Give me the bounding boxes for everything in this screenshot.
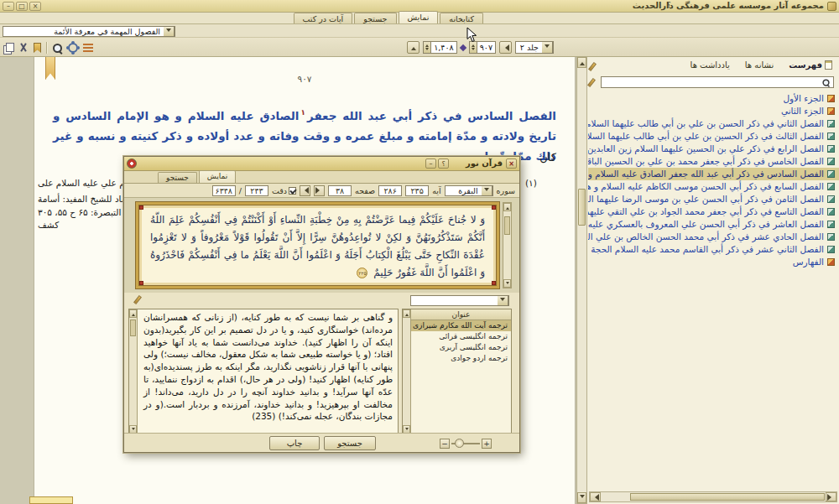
tree-item-chapter[interactable]: الفصل الثاني في ذكر الحسن بن علي بن أبي …: [588, 117, 839, 130]
minimize-button[interactable]: –: [3, 2, 14, 11]
translation-row[interactable]: ترجمه انگلیسی قرائی: [411, 331, 511, 342]
book-combobox-value: الفصول المهمة في معرفة الأئمة: [3, 27, 164, 36]
volume-value: جلد ۲: [516, 43, 542, 52]
book-icon: [827, 258, 835, 266]
sidebar-tab-notes[interactable]: یادداشت ها: [690, 60, 730, 70]
tree-item-juz1[interactable]: الجزء الأول: [588, 92, 839, 105]
dialog-toolbar: سوره البقرة آیه ۲۳۵ ۲۸۶ صفحه ۳۸ دقت ۲۴۳ …: [124, 184, 519, 198]
scroll-down-button[interactable]: [503, 279, 511, 288]
chapter-tree: الجزء الأول الجزء الثاني الفصل الثاني في…: [588, 92, 839, 268]
tree-item-chapter[interactable]: الفصل العاشر في ذكر أبي الحسن علي المعرو…: [588, 218, 839, 231]
next-verse-button[interactable]: [314, 185, 325, 196]
tab-verses-in-books[interactable]: آیات در کتب: [294, 13, 353, 23]
tree-item-chapter[interactable]: الفصل الخامس في ذكر أبي جعفر محمد بن علي…: [588, 155, 839, 168]
translation-list: عنوان ترجمه آیت الله مکارم شیرازی ترجمه …: [402, 309, 512, 434]
chevron-down-icon[interactable]: [498, 296, 508, 305]
search-icon[interactable]: [52, 43, 63, 54]
zoom-in-button[interactable]: +: [482, 439, 492, 449]
chevron-down-icon[interactable]: [164, 27, 175, 36]
spinner-arrows[interactable]: [470, 42, 477, 53]
sidebar-horizontal-scrollbar[interactable]: [589, 491, 837, 502]
footnote-marker[interactable]: ١: [300, 108, 308, 117]
page-vertical-scrollbar[interactable]: [576, 57, 587, 504]
zoom-out-button[interactable]: −: [440, 439, 450, 449]
tree-item-chapter[interactable]: الفصل الرابع في ذكر علي بن الحسين عليهما…: [588, 143, 839, 155]
verse-end-medallion-icon: ۲۳۵: [357, 268, 367, 278]
book-icon: [827, 132, 835, 140]
tree-item-indexes[interactable]: الفهارس: [588, 256, 839, 268]
tree-item-chapter[interactable]: الفصل الثامن في ذكر أبي الحسن علي بن موس…: [588, 193, 839, 205]
scrollbar-thumb[interactable]: [504, 216, 510, 235]
dialog-tab-display[interactable]: نمایش: [199, 170, 236, 183]
tree-item-chapter[interactable]: الفصل التاسع في ذكر أبي جعفر محمد الجواد…: [588, 205, 839, 218]
zoom-slider-thumb[interactable]: [455, 439, 464, 448]
copy-icon[interactable]: [3, 43, 13, 54]
tree-item-juz2[interactable]: الجزء الثاني: [588, 105, 839, 117]
translation-row[interactable]: ترجمه اردو جوادی: [411, 353, 511, 364]
surah-value: البقرة: [446, 186, 482, 195]
tree-item-chapter[interactable]: الفصل الثالث في ذكر الحسين بن علي بن أبي…: [588, 130, 839, 143]
scroll-right-button[interactable]: [826, 492, 836, 501]
scroll-left-button[interactable]: [590, 492, 601, 501]
chevron-down-icon[interactable]: [482, 186, 492, 195]
scroll-down-button[interactable]: [577, 492, 586, 503]
maximize-button[interactable]: □: [16, 2, 28, 11]
print-button[interactable]: چاپ: [269, 436, 320, 450]
help-button[interactable]: ؟: [664, 1, 675, 10]
dialog-bottom-bar: جستجو چاپ − +: [124, 433, 519, 452]
sidebar-tab-bookmarks[interactable]: نشانه ها: [745, 60, 774, 70]
total-pages-spinner[interactable]: ۱,۴۰۸: [423, 41, 456, 54]
edit-icon[interactable]: [133, 295, 142, 304]
scroll-up-button[interactable]: [129, 309, 137, 318]
translation-combobox[interactable]: [410, 295, 509, 306]
dialog-titlebar[interactable]: × قرآن نور ؟ –: [124, 157, 519, 171]
translation-row[interactable]: ترجمه انگلیسی آربری: [411, 342, 511, 353]
close-button[interactable]: ×: [29, 2, 41, 11]
ayah-current-field[interactable]: ۲۳۵: [405, 185, 429, 196]
previous-verse-button[interactable]: [300, 185, 310, 196]
go-top-button[interactable]: [407, 41, 420, 54]
menu-icon[interactable]: [83, 44, 93, 52]
index-search-box[interactable]: [601, 76, 834, 88]
sidebar-tab-index[interactable]: فهرست: [789, 60, 832, 70]
scrollbar-thumb[interactable]: [130, 320, 136, 336]
precision-checkbox[interactable]: دقت: [272, 186, 296, 195]
app-window: { "titlebar": { "title": "مجموعه آثار مو…: [0, 0, 839, 504]
dialog-close-button[interactable]: ×: [506, 158, 517, 169]
page-spinner[interactable]: ۹۰۷: [469, 41, 496, 54]
volume-combobox[interactable]: جلد ۲: [515, 41, 554, 54]
translation-row-selected[interactable]: ترجمه آیت الله مکارم شیرازی: [411, 320, 511, 331]
bookmark-icon[interactable]: [34, 43, 41, 53]
quran-page-field[interactable]: ۳۸: [328, 185, 352, 196]
spinner-arrows[interactable]: [424, 42, 431, 53]
previous-page-button[interactable]: [499, 41, 512, 54]
surah-combobox[interactable]: البقرة: [445, 185, 493, 196]
gear-icon[interactable]: [68, 43, 78, 53]
translation-list-scrollbar[interactable]: [403, 309, 411, 434]
scrollbar-thumb[interactable]: [578, 189, 586, 226]
checkbox-icon[interactable]: [289, 187, 296, 195]
tab-search[interactable]: جستجو: [354, 13, 396, 23]
dialog-help-button[interactable]: ؟: [438, 158, 449, 169]
tree-item-chapter-selected[interactable]: الفصل السادس في ذكر أبي عبد الله جعفر ال…: [588, 168, 839, 180]
dialog-minimize-button[interactable]: –: [425, 158, 436, 169]
scroll-up-button[interactable]: [503, 203, 511, 211]
translation-text-scrollbar[interactable]: [129, 309, 138, 434]
scroll-up-button[interactable]: [403, 309, 410, 318]
tree-item-chapter[interactable]: الفصل السابع في ذكر أبي الحسن موسى الكاظ…: [588, 180, 839, 193]
edit-icon[interactable]: [587, 78, 596, 87]
quran-vertical-scrollbar[interactable]: [503, 202, 512, 288]
tree-item-chapter[interactable]: الفصل الثاني عشر في ذكر أبي القاسم محمد …: [588, 243, 839, 256]
tree-item-chapter[interactable]: الفصل الحادي عشر في ذكر أبي محمد الحسن ا…: [588, 231, 839, 243]
scroll-up-button[interactable]: [577, 57, 586, 68]
scissors-icon[interactable]: [18, 43, 29, 53]
pin-icon[interactable]: [588, 62, 597, 71]
book-combobox[interactable]: الفصول المهمة في معرفة الأئمة: [3, 26, 175, 37]
dialog-tab-search[interactable]: جستجو: [158, 172, 197, 183]
tab-library[interactable]: کتابخانه: [440, 13, 483, 23]
dialog-search-button[interactable]: جستجو: [324, 436, 376, 450]
tab-display[interactable]: نمایش: [399, 11, 439, 23]
scrollbar-thumb[interactable]: [630, 493, 825, 501]
chevron-down-icon[interactable]: [542, 42, 553, 53]
toolbar-icon-cluster: [3, 41, 93, 55]
